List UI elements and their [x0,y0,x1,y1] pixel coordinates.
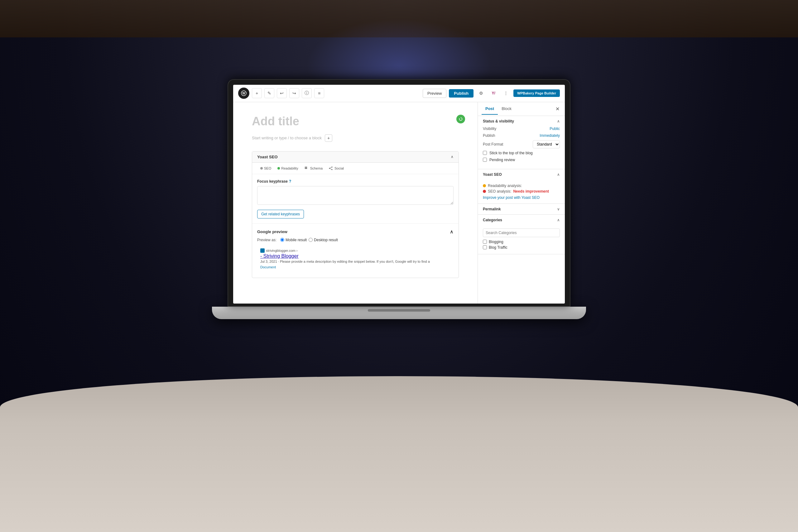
focus-keyphrase-label: Focus keyphrase ? [257,179,454,184]
post-title[interactable]: Add title [252,115,459,128]
edit-icon: ✎ [267,91,271,96]
readability-tab-label: Readability [281,167,298,170]
social-icon [329,167,332,170]
categories-header[interactable]: Categories ∧ [478,215,565,225]
yoast-sidebar-section: Yoast SEO ∧ Readability analysis: [478,169,565,204]
categories-collapse: ∧ [557,218,560,222]
info-icon: ⓘ [305,90,309,96]
stick-to-top-checkbox[interactable] [483,151,487,155]
list-view-button[interactable]: ≡ [314,88,324,98]
google-preview-header[interactable]: Google preview ∧ [257,229,454,235]
edit-button[interactable]: ✎ [264,88,274,98]
get-related-keyphrases-button[interactable]: Get related keyphrases [257,210,304,218]
yoast-tab-social[interactable]: Social [326,165,347,171]
editor-area: Add title Start writing or type / to cho… [233,102,478,304]
document-link[interactable]: Document [260,265,276,269]
yoast-tab-readability[interactable]: Readability [274,165,301,171]
sidebar-tabs: Post Block ✕ [478,102,565,116]
seo-tab-label: SEO [264,167,271,170]
google-page-link[interactable]: - Striving Blogger [260,253,451,259]
more-options-button[interactable]: ⋮ [501,88,511,98]
yoast-seo-panel: Yoast SEO ∧ SEO [252,151,459,278]
preview-as-label: Preview as: [257,238,277,242]
svg-rect-4 [305,168,306,169]
green-refresh-icon [456,115,465,124]
improve-post-link[interactable]: Improve your post with Yoast SEO [483,195,560,200]
status-visibility-collapse: ∧ [557,119,560,124]
svg-rect-3 [306,167,307,168]
svg-line-10 [329,168,332,170]
publish-label: Publish [483,133,495,138]
laptop-screen-bezel: W + ✎ ↩ ↪ ⓘ [228,79,570,307]
add-block-button[interactable]: + [252,88,262,98]
settings-button[interactable]: ⚙ [476,88,486,98]
focus-keyphrase-input[interactable] [257,186,454,205]
tab-post[interactable]: Post [481,103,498,115]
laptop-body [212,307,586,319]
site-favicon [260,248,265,253]
tab-block[interactable]: Block [498,103,515,115]
post-format-label: Post Format [483,142,503,147]
inline-plus-icon: + [327,136,330,140]
svg-rect-5 [306,168,307,169]
preview-button[interactable]: Preview [423,89,446,98]
publish-button[interactable]: Publish [449,89,474,98]
publish-value[interactable]: Immediately [539,133,560,138]
yoast-panel-header[interactable]: Yoast SEO ∧ [252,151,458,163]
wp-logo: W [238,88,249,99]
google-url-row: strivingblogger.com › [260,248,451,253]
seo-dot [260,167,263,170]
permalink-title: Permalink [483,207,501,211]
google-preview-collapse: ∧ [450,229,454,235]
category-item-blogging: Blogging [483,240,560,244]
categories-search-input[interactable] [483,228,560,237]
redo-icon: ↪ [292,91,296,96]
sidebar-close-button[interactable]: ✕ [554,105,561,113]
preview-as-row: Preview as: Mobile result Desktop result [257,238,454,242]
publish-row: Publish Immediately [483,133,560,138]
google-result-preview: strivingblogger.com › - Striving Blogger… [257,245,454,273]
category-blogging-label: Blogging [489,240,504,244]
plus-icon: + [255,91,258,96]
stick-to-top-row: Stick to the top of the blog [483,151,560,155]
status-visibility-title: Status & visibility [483,119,514,124]
visibility-label: Visibility [483,127,496,131]
categories-body: Blogging Blog Traffic [478,225,565,254]
permalink-section: Permalink ∨ [478,204,565,215]
yoast-sidebar-header[interactable]: Yoast SEO ∧ [478,169,565,180]
social-tab-label: Social [335,167,344,170]
readability-analysis-dot [483,184,486,187]
google-preview-section: Google preview ∧ Preview as: Mobile resu… [252,224,458,278]
svg-text:W: W [242,92,245,95]
visibility-value[interactable]: Public [550,127,560,131]
yoast-button[interactable]: Y/ [489,88,498,98]
info-button[interactable]: ⓘ [302,88,312,98]
permalink-header[interactable]: Permalink ∨ [478,204,565,214]
categories-section: Categories ∧ Blogging [478,215,565,254]
wpbakery-button[interactable]: WPBakery Page Builder [513,90,560,97]
inline-add-block-button[interactable]: + [325,134,332,142]
yoast-sidebar-collapse: ∧ [557,172,560,177]
block-inserter-line: Start writing or type / to choose a bloc… [252,134,459,142]
readability-analysis-label: Readability analysis: [488,184,522,188]
mobile-result-radio[interactable]: Mobile result [280,238,307,242]
yoast-sidebar-title: Yoast SEO [483,172,501,177]
pending-review-checkbox[interactable] [483,158,487,162]
yoast-tabs: SEO Readability Schema [252,163,458,174]
yoast-icon: Y/ [492,91,495,95]
post-format-select[interactable]: Standard Aside Gallery Image [533,140,560,148]
undo-button[interactable]: ↩ [277,88,287,98]
yoast-tab-seo[interactable]: SEO [257,165,274,171]
focus-keyphrase-help[interactable]: ? [289,179,291,184]
yoast-panel-title: Yoast SEO [257,155,278,159]
desktop-result-radio[interactable]: Desktop result [309,238,338,242]
undo-icon: ↩ [280,91,284,96]
yoast-tab-schema[interactable]: Schema [301,165,326,171]
wp-toolbar: W + ✎ ↩ ↪ ⓘ [233,85,565,102]
status-visibility-header[interactable]: Status & visibility ∧ [478,116,565,127]
category-blogging-checkbox[interactable] [483,240,487,244]
redo-button[interactable]: ↪ [289,88,299,98]
categories-title: Categories [483,218,502,222]
laptop-wrapper: W + ✎ ↩ ↪ ⓘ [165,79,633,453]
category-blog-traffic-checkbox[interactable] [483,245,487,249]
